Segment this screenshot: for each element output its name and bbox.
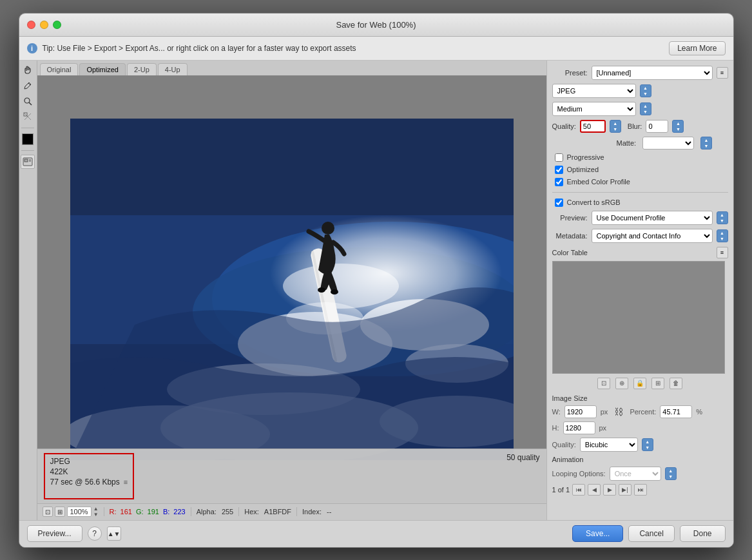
done-button[interactable]: Done xyxy=(680,525,726,542)
index-value: -- xyxy=(327,508,331,516)
tab-original[interactable]: Original xyxy=(40,63,79,75)
metadata-label: Metadata: xyxy=(552,232,588,240)
quality-resize-down[interactable]: ▼ xyxy=(642,445,653,450)
matte-select[interactable] xyxy=(642,137,694,150)
quality-resize-stepper[interactable]: ▲ ▼ xyxy=(642,438,653,451)
matte-stepper-up[interactable]: ▲ xyxy=(701,137,711,143)
image-size-section: Image Size W: px ⛓ Percent: xyxy=(552,394,728,452)
blur-stepper[interactable]: ▲ ▼ xyxy=(672,120,684,133)
looping-select[interactable]: Once xyxy=(610,467,661,481)
zoom-stepper[interactable]: ▲ ▼ xyxy=(93,506,99,517)
ct-copy-btn[interactable]: ⊞ xyxy=(651,378,664,389)
ct-delete-btn[interactable]: 🗑 xyxy=(670,378,682,389)
matte-stepper[interactable]: ▲ ▼ xyxy=(700,137,712,150)
metadata-stepper-down[interactable]: ▼ xyxy=(717,236,728,242)
compression-select[interactable]: Medium xyxy=(552,102,636,116)
color-table-toolbar: ⊡ ⊕ 🔒 ⊞ 🗑 xyxy=(552,376,728,391)
loop-next-btn[interactable]: ▶| xyxy=(619,484,631,496)
format-stepper-up[interactable]: ▲ xyxy=(641,85,651,91)
status-sep3 xyxy=(238,507,239,516)
format-stepper[interactable]: ▲ ▼ xyxy=(640,84,651,97)
status-bar: ⊡ ⊞ 100% ▲ ▼ R: 161 G: xyxy=(37,503,546,520)
image-map-tool[interactable] xyxy=(21,155,35,169)
height-input[interactable] xyxy=(563,421,595,434)
loop-last-btn[interactable]: ⏭ xyxy=(634,484,647,496)
eyedropper-tool[interactable] xyxy=(21,79,35,93)
maximize-button[interactable] xyxy=(53,21,61,29)
preview-stepper[interactable]: ▲ ▼ xyxy=(717,211,728,224)
slice-tool[interactable] xyxy=(21,110,35,124)
compression-stepper-up[interactable]: ▲ xyxy=(641,103,651,109)
arrow-button[interactable]: ▲▼ xyxy=(107,526,121,541)
tip-bar: i Tip: Use File > Export > Export As... … xyxy=(19,37,733,61)
optimized-row: Optimized xyxy=(552,166,728,174)
ct-add-btn[interactable]: 🔒 xyxy=(633,378,646,389)
blur-stepper-up[interactable]: ▲ xyxy=(673,121,683,126)
alpha-label: Alpha: xyxy=(197,508,217,516)
help-button[interactable]: ? xyxy=(88,526,102,541)
convert-srgb-checkbox[interactable] xyxy=(555,198,563,207)
quality-resize-up[interactable]: ▲ xyxy=(642,439,653,445)
main-window: Save for Web (100%) i Tip: Use File > Ex… xyxy=(19,13,734,548)
ct-map-btn[interactable]: ⊡ xyxy=(597,378,610,389)
metadata-select[interactable]: Copyright and Contact Info xyxy=(592,229,713,243)
zoom-out-button[interactable]: ⊡ xyxy=(43,507,53,517)
loop-play-btn[interactable]: ▶ xyxy=(603,484,616,496)
progressive-checkbox[interactable] xyxy=(555,153,563,162)
optimized-checkbox[interactable] xyxy=(555,166,563,174)
preset-menu-button[interactable]: ≡ xyxy=(717,67,728,79)
hand-tool[interactable] xyxy=(21,63,35,77)
status-sep2 xyxy=(191,507,191,516)
zoom-tool[interactable] xyxy=(21,94,35,108)
preview-stepper-up[interactable]: ▲ xyxy=(717,212,728,218)
looping-stepper[interactable]: ▲ ▼ xyxy=(665,467,677,480)
matte-stepper-down[interactable]: ▼ xyxy=(701,143,711,149)
format-stepper-down[interactable]: ▼ xyxy=(641,91,651,97)
preview-stepper-down[interactable]: ▼ xyxy=(717,218,728,224)
percent-input[interactable] xyxy=(660,405,692,418)
close-button[interactable] xyxy=(27,21,35,29)
quality-stepper-up[interactable]: ▲ xyxy=(610,121,621,126)
foreground-color[interactable] xyxy=(22,133,34,145)
quality-row: Quality: ▲ ▼ xyxy=(552,120,621,133)
width-input[interactable] xyxy=(564,405,597,418)
compression-stepper[interactable]: ▲ ▼ xyxy=(640,102,651,115)
minimize-button[interactable] xyxy=(40,21,48,29)
svg-rect-4 xyxy=(24,159,28,162)
loop-first-btn[interactable]: ⏮ xyxy=(572,484,585,496)
preview-button[interactable]: Preview... xyxy=(27,525,82,542)
looping-stepper-up[interactable]: ▲ xyxy=(666,468,676,474)
quality-stepper[interactable]: ▲ ▼ xyxy=(610,120,621,133)
cancel-button[interactable]: Cancel xyxy=(628,525,674,542)
blur-stepper-down[interactable]: ▼ xyxy=(673,126,683,132)
loop-prev-btn[interactable]: ◀ xyxy=(588,484,601,496)
save-button[interactable]: Save... xyxy=(572,525,623,542)
tab-two-up[interactable]: 2-Up xyxy=(127,63,157,75)
compression-stepper-down[interactable]: ▼ xyxy=(641,109,651,115)
quality-blur-row: Quality: ▲ ▼ Blur: ▲ ▼ xyxy=(552,120,728,133)
zoom-level[interactable]: 100% xyxy=(67,507,92,517)
tab-optimized[interactable]: Optimized xyxy=(79,63,126,75)
embed-color-label: Embed Color Profile xyxy=(567,178,630,186)
tab-four-up[interactable]: 4-Up xyxy=(158,63,188,75)
quality-input[interactable] xyxy=(580,120,606,133)
color-table-menu[interactable]: ≡ xyxy=(717,247,728,258)
blur-input[interactable] xyxy=(646,120,668,133)
link-icon-container: ⛓ xyxy=(614,407,623,417)
looping-stepper-down[interactable]: ▼ xyxy=(666,474,676,479)
quality-stepper-down[interactable]: ▼ xyxy=(610,126,621,132)
ct-lock-btn[interactable]: ⊕ xyxy=(615,378,628,389)
preset-select[interactable]: [Unnamed] xyxy=(592,66,713,80)
metadata-stepper-up[interactable]: ▲ xyxy=(717,230,728,236)
svg-line-1 xyxy=(29,102,32,105)
metadata-stepper[interactable]: ▲ ▼ xyxy=(717,229,728,242)
embed-color-checkbox[interactable] xyxy=(555,178,563,186)
preview-select[interactable]: Use Document Profile xyxy=(592,211,713,225)
image-format: JPEG xyxy=(50,457,128,466)
convert-srgb-row: Convert to sRGB xyxy=(552,198,728,207)
quality-resize-select[interactable]: Bicubic xyxy=(580,438,638,452)
zoom-in-button[interactable]: ⊞ xyxy=(55,507,65,517)
learn-more-button[interactable]: Learn More xyxy=(669,41,725,55)
format-select[interactable]: JPEG xyxy=(552,84,636,98)
panel-divider1 xyxy=(552,192,728,193)
